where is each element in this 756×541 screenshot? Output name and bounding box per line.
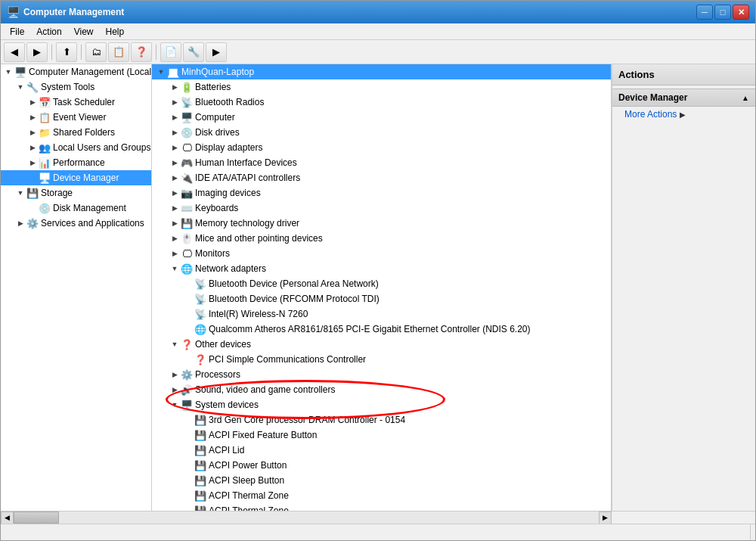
center-tree-item[interactable]: ▶🖱️Mice and other pointing devices: [152, 231, 611, 246]
root-expand-icon[interactable]: ▼: [2, 66, 14, 78]
center-tree-item[interactable]: ▶📷Imaging devices: [152, 185, 611, 201]
center-tree-item[interactable]: ▶💾Memory technology driver: [152, 216, 611, 231]
storage-expand-icon[interactable]: ▼: [14, 187, 26, 199]
event-viewer-expand-icon[interactable]: ▶: [26, 111, 39, 123]
toolbar-up-button[interactable]: ⬆: [56, 42, 77, 62]
expand-icon[interactable]: ▶: [169, 368, 181, 381]
toolbar-forward-button[interactable]: ▶: [26, 42, 48, 62]
shared-folders-item[interactable]: ▶ 📁 Shared Folders: [1, 125, 151, 140]
shared-folders-expand-icon[interactable]: ▶: [26, 126, 39, 138]
expand-icon[interactable]: ▶: [169, 187, 181, 199]
maximize-button[interactable]: □: [714, 5, 731, 20]
expand-icon[interactable]: ▶: [169, 81, 181, 93]
center-tree-item[interactable]: ▶💾ACPI Sleep Button: [152, 473, 611, 488]
actions-section-device-manager[interactable]: Device Manager ▲: [612, 89, 755, 107]
center-tree-item[interactable]: ▶💾ACPI Power Button: [152, 458, 611, 473]
item-icon: ⚙️: [181, 368, 193, 381]
expand-icon[interactable]: ▶: [169, 384, 181, 396]
menu-file[interactable]: File: [4, 25, 30, 39]
storage-item[interactable]: ▼ 💾 Storage: [1, 185, 151, 201]
center-tree-item[interactable]: ▶📡Bluetooth Device (Personal Area Networ…: [152, 276, 611, 291]
menu-action[interactable]: Action: [30, 25, 67, 39]
toolbar-properties-button[interactable]: 📋: [108, 42, 129, 62]
center-tree-item[interactable]: ▶💾ACPI Thermal Zone: [152, 503, 611, 511]
center-tree-item[interactable]: ▼🌐Network adapters: [152, 261, 611, 276]
toolbar-extra-button3[interactable]: ▶: [206, 42, 227, 62]
disk-management-item[interactable]: 💿 Disk Management: [1, 201, 151, 216]
expand-icon[interactable]: ▶: [169, 96, 181, 108]
main-content: ▼ 🖥️ Computer Management (Local ▼ 🔧 Syst…: [1, 64, 755, 511]
center-tree-item[interactable]: ▶💿Disk drives: [152, 125, 611, 140]
expand-icon[interactable]: ▼: [169, 263, 181, 275]
center-tree-item[interactable]: ▶🖥️Computer: [152, 110, 611, 125]
item-label: IDE ATA/ATAPI controllers: [195, 173, 611, 183]
expand-icon[interactable]: ▼: [169, 399, 181, 411]
center-tree-item[interactable]: ▼🖥️System devices: [152, 397, 611, 412]
expand-icon[interactable]: ▶: [169, 202, 181, 214]
hscroll-left-button[interactable]: ◀: [1, 511, 14, 524]
item-label: Other devices: [195, 339, 611, 350]
expand-icon[interactable]: ▶: [169, 126, 181, 138]
center-tree-item[interactable]: ▶❓PCI Simple Communications Controller: [152, 352, 611, 367]
task-scheduler-item[interactable]: ▶ 📅 Task Scheduler: [1, 95, 151, 110]
system-tools-expand-icon[interactable]: ▼: [14, 81, 26, 93]
center-tree-item[interactable]: ▼💻MinhQuan-Laptop: [152, 64, 611, 79]
item-icon: 🖱️: [181, 232, 193, 244]
center-tree-item[interactable]: ▶🔊Sound, video and game controllers: [152, 382, 611, 397]
center-tree-item[interactable]: ▼❓Other devices: [152, 337, 611, 352]
task-scheduler-label: Task Scheduler: [53, 97, 151, 107]
expand-icon[interactable]: ▶: [169, 111, 181, 123]
task-scheduler-expand-icon[interactable]: ▶: [26, 96, 39, 108]
item-icon: 💾: [194, 474, 206, 487]
minimize-button[interactable]: ─: [696, 5, 713, 20]
expand-icon[interactable]: ▼: [169, 338, 181, 350]
local-users-expand-icon[interactable]: ▶: [26, 141, 39, 154]
toolbar-back-button[interactable]: ◀: [4, 42, 25, 62]
performance-item[interactable]: ▶ 📊 Performance: [1, 155, 151, 170]
center-tree-item[interactable]: ▶⌨️Keyboards: [152, 201, 611, 216]
close-button[interactable]: ✕: [733, 5, 749, 20]
hscroll-thumb[interactable]: [14, 511, 59, 524]
expand-icon[interactable]: ▶: [169, 141, 181, 154]
menu-help[interactable]: Help: [100, 25, 131, 39]
center-tree-item[interactable]: ▶📡Bluetooth Radios: [152, 95, 611, 110]
center-tree-item[interactable]: ▶💾3rd Gen Core processor DRAM Controller…: [152, 412, 611, 428]
toolbar-show-hide-button[interactable]: 🗂: [85, 42, 107, 62]
more-actions-item[interactable]: More Actions ▶: [612, 107, 755, 122]
performance-expand-icon[interactable]: ▶: [26, 157, 39, 169]
expand-icon[interactable]: ▶: [169, 157, 181, 169]
storage-label: Storage: [41, 188, 151, 198]
center-tree-item[interactable]: ▶🎮Human Interface Devices: [152, 155, 611, 170]
item-icon: 💾: [194, 429, 206, 441]
center-tree-item[interactable]: ▶📡Bluetooth Device (RFCOMM Protocol TDI): [152, 291, 611, 306]
expand-icon[interactable]: ▶: [169, 247, 181, 260]
computer-management-window: 🖥️ Computer Management ─ □ ✕ File Action…: [0, 0, 756, 541]
center-tree-item[interactable]: ▶🔋Batteries: [152, 79, 611, 95]
center-tree-item[interactable]: ▶💾ACPI Thermal Zone: [152, 488, 611, 503]
services-item[interactable]: ▶ ⚙️ Services and Applications: [1, 216, 151, 231]
center-tree-item[interactable]: ▶🖵Monitors: [152, 246, 611, 261]
toolbar-extra-button[interactable]: 📄: [160, 42, 181, 62]
center-tree-item[interactable]: ▶📡Intel(R) Wireless-N 7260: [152, 306, 611, 322]
expand-icon[interactable]: ▼: [155, 66, 167, 78]
item-label: Bluetooth Device (RFCOMM Protocol TDI): [209, 294, 611, 304]
center-tree-item[interactable]: ▶🌐Qualcomm Atheros AR8161/8165 PCI-E Gig…: [152, 322, 611, 337]
expand-icon[interactable]: ▶: [169, 172, 181, 184]
center-tree-item[interactable]: ▶🔌IDE ATA/ATAPI controllers: [152, 170, 611, 185]
services-expand-icon[interactable]: ▶: [14, 217, 26, 229]
device-manager-item[interactable]: 🖥️ Device Manager: [1, 170, 151, 185]
toolbar-help-button[interactable]: ❓: [131, 42, 152, 62]
center-tree-item[interactable]: ▶💾ACPI Lid: [152, 443, 611, 458]
system-tools-item[interactable]: ▼ 🔧 System Tools: [1, 79, 151, 95]
menu-view[interactable]: View: [68, 25, 100, 39]
event-viewer-item[interactable]: ▶ 📋 Event Viewer: [1, 110, 151, 125]
center-tree-item[interactable]: ▶⚙️Processors: [152, 367, 611, 382]
toolbar-extra-button2[interactable]: 🔧: [183, 42, 204, 62]
expand-icon[interactable]: ▶: [169, 217, 181, 229]
expand-icon[interactable]: ▶: [169, 232, 181, 244]
hscroll-right-button[interactable]: ▶: [599, 511, 612, 524]
local-users-item[interactable]: ▶ 👥 Local Users and Groups: [1, 140, 151, 155]
center-tree-item[interactable]: ▶💾ACPI Fixed Feature Button: [152, 428, 611, 443]
center-tree-item[interactable]: ▶🖵Display adapters: [152, 140, 611, 155]
left-root-item[interactable]: ▼ 🖥️ Computer Management (Local: [1, 64, 151, 79]
